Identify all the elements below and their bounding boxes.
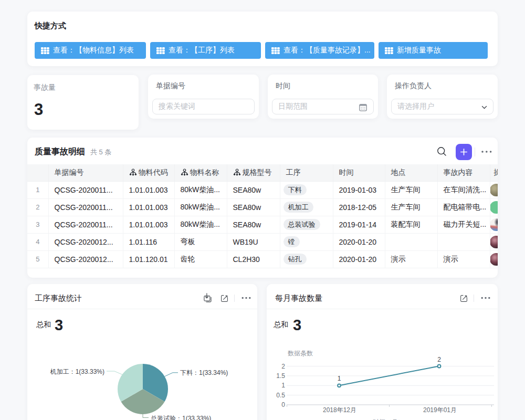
svg-text:0.5: 0.5 xyxy=(276,392,285,399)
svg-text:0: 0 xyxy=(281,401,285,408)
svg-text:机加工：1(33.33%): 机加工：1(33.33%) xyxy=(50,368,104,375)
svg-text:时间（月）: 时间（月） xyxy=(373,418,404,420)
svg-text:2: 2 xyxy=(281,363,285,370)
svg-text:总装试验：1(33.33%): 总装试验：1(33.33%) xyxy=(150,415,211,420)
svg-text:1: 1 xyxy=(281,382,285,389)
svg-text:1: 1 xyxy=(338,375,341,382)
svg-text:1.5: 1.5 xyxy=(276,372,285,380)
svg-text:下料：1(33.34%): 下料：1(33.34%) xyxy=(180,369,228,376)
svg-text:2019年01月: 2019年01月 xyxy=(423,406,457,414)
svg-text:2018年12月: 2018年12月 xyxy=(323,406,356,414)
svg-text:数据条数: 数据条数 xyxy=(288,350,313,357)
svg-text:2: 2 xyxy=(437,356,441,363)
